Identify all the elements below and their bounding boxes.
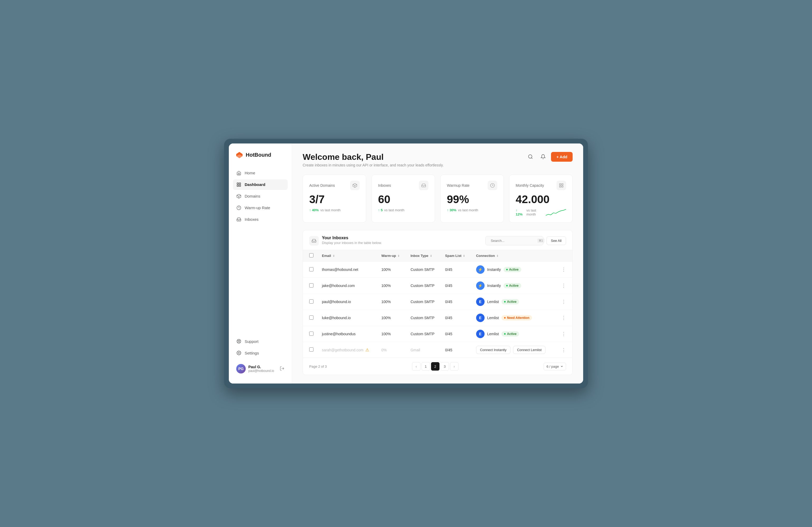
table-row: sarah@gethotbound.com ⚠ 0%Gmail0/45 Conn… [303,342,572,358]
stat-card-inboxes: Inboxes 60 ↑ 5 vs last month [372,175,435,223]
user-name: Paul G. [248,365,274,369]
col-actions [555,250,572,262]
table-header-row: Email Warm-up [303,250,572,262]
inboxes-header: Your Inboxes Display your inboxes in the… [303,230,572,250]
type-cell-4: Custom SMTP [406,326,441,342]
capacity-mini-chart [546,208,566,216]
warmup-value-2: 100% [381,300,391,304]
row-checkbox-5[interactable] [309,347,314,352]
svg-line-14 [237,342,238,343]
warmup-cell-2: 100% [377,294,406,310]
page-2-button[interactable]: 2 [431,362,439,371]
col-checkbox [303,250,318,262]
more-button-5[interactable]: ⋮ [559,346,568,354]
row-checkbox-3[interactable] [309,315,314,320]
col-connection: Connection [472,250,555,262]
page-controls: ‹ 1 2 3 › [412,362,459,371]
email-cell-4: justine@hotboundus [318,326,377,342]
select-all-checkbox[interactable] [309,253,314,257]
conn-name-2: Lemlist [487,300,499,304]
more-button-1[interactable]: ⋮ [559,282,568,290]
sidebar-item-domains[interactable]: Domains [233,191,288,201]
user-profile: PG Paul G. paul@hotbound.io [233,361,288,376]
page-1-button[interactable]: 1 [422,362,430,371]
logout-button[interactable] [280,366,285,372]
email-cell-3: luke@hobound.io [318,310,377,326]
table-row: luke@hobound.io100%Custom SMTP0/45 E Lem… [303,310,572,326]
inboxes-subtitle: Display your inboxes in the table below. [322,241,382,245]
status-badge-0: Active [504,267,521,272]
status-dot-2 [504,301,506,302]
inbox-table: Email Warm-up [303,250,572,358]
connection-cell-2: E Lemlist Active [472,294,555,310]
connection-cell-5: Connect Instantly Connect Lemlist [472,342,555,358]
domains-stat-icon [350,181,360,190]
spam-cell-0: 0/45 [441,262,472,278]
per-page-select[interactable]: 6 / page [543,363,566,370]
more-button-2[interactable]: ⋮ [559,298,568,306]
warmup-value-4: 100% [381,332,391,336]
row-checkbox-4[interactable] [309,331,314,336]
type-sort-icon[interactable] [430,254,433,257]
connection-sort-icon[interactable] [496,254,499,257]
warmup-value-5: 0% [381,348,387,352]
type-cell-0: Custom SMTP [406,262,441,278]
conn-name-3: Lemlist [487,316,499,320]
email-cell-0: thomas@hobound.net [318,262,377,278]
notifications-button[interactable] [538,152,548,161]
sidebar-item-inboxes[interactable]: Inboxes [233,214,288,225]
inboxes-stat-icon [419,181,429,190]
stat-card-active-domains: Active Domains 3/7 ↑ 40% vs last mont [303,175,366,223]
spam-sort-icon[interactable] [462,254,466,257]
status-dot-0 [506,269,508,270]
table-row: thomas@hobound.net100%Custom SMTP0/45 ⚡ … [303,262,572,278]
row-checkbox-2[interactable] [309,299,314,303]
connect-instantly-button-5[interactable]: Connect Instantly [476,346,510,354]
search-button[interactable] [526,152,535,161]
svg-rect-25 [560,186,561,187]
pagination-bar: Page 2 of 3 ‹ 1 2 3 › 6 / page [303,358,572,375]
conn-icon-1: ⚡ [476,282,484,290]
sidebar-item-support[interactable]: Support [233,336,288,346]
more-button-3[interactable]: ⋮ [559,314,568,322]
warmup-value-1: 100% [381,284,391,288]
stat-card-warmup: Warmup Rate 99% ↑ 30% vs last month [440,175,504,223]
connection-cell-3: E Lemlist Need Attention [472,310,555,326]
email-sort-icon[interactable] [332,254,335,257]
sidebar-item-label-inboxes: Inboxes [245,217,259,222]
prev-page-button[interactable]: ‹ [412,362,420,371]
see-all-button[interactable]: See All [547,236,566,245]
sidebar: HotBound Home [229,143,292,384]
more-button-0[interactable]: ⋮ [559,266,568,273]
sidebar-item-label-warmup: Warm-up Rate [245,205,270,210]
conn-icon-2: E [476,298,484,306]
row-checkbox-1[interactable] [309,283,314,287]
page-3-button[interactable]: 3 [440,362,449,371]
warmup-sort-icon[interactable] [397,254,400,257]
user-email: paul@hotbound.io [248,369,274,373]
search-shortcut: ⌘1 [537,239,545,243]
add-button[interactable]: + Add [551,152,572,162]
search-input[interactable] [491,239,535,243]
stat-change-warmup: ↑ 30% vs last month [447,208,497,212]
col-warmup: Warm-up [377,250,406,262]
page-subtitle: Create inboxes in minutes using our API … [303,163,444,167]
sidebar-item-home[interactable]: Home [233,168,288,178]
warmup-cell-4: 100% [377,326,406,342]
sidebar-item-warmup[interactable]: Warm-up Rate [233,202,288,213]
inboxes-actions: ⌘1 See All [485,236,566,245]
connect-lemlist-button-5[interactable]: Connect Lemlist [513,346,546,354]
sidebar-item-settings[interactable]: Settings [233,348,288,358]
spam-cell-4: 0/45 [441,326,472,342]
warmup-cell-3: 100% [377,310,406,326]
sidebar-bottom: Support Settings PG Paul G. pau [233,332,288,376]
row-checkbox-0[interactable] [309,267,314,271]
warmup-icon [236,205,242,211]
sidebar-item-dashboard[interactable]: Dashboard [233,179,288,190]
more-button-4[interactable]: ⋮ [559,330,568,338]
inbox-table-body: thomas@hobound.net100%Custom SMTP0/45 ⚡ … [303,262,572,358]
per-page-chevron-icon [561,365,563,368]
svg-line-13 [240,340,240,341]
conn-icon-0: ⚡ [476,265,484,274]
next-page-button[interactable]: › [450,362,459,371]
